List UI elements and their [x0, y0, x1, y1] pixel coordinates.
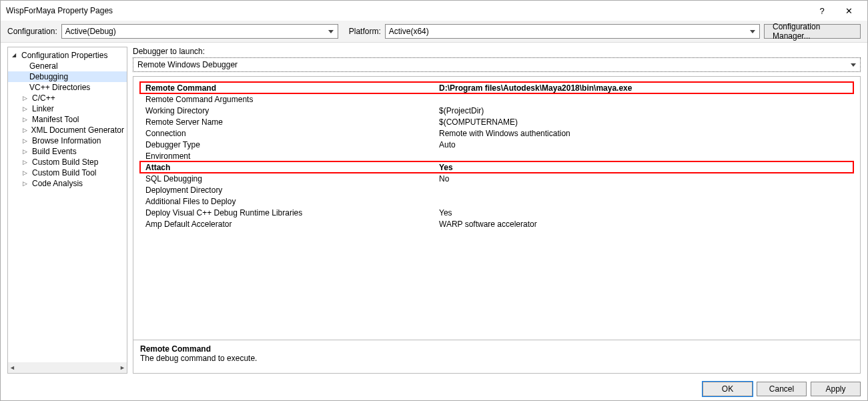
tree-item-vc-directories[interactable]: VC++ Directories [8, 82, 127, 93]
property-value[interactable]: $(COMPUTERNAME) [439, 117, 853, 127]
tree: Configuration Properties GeneralDebuggin… [8, 47, 127, 191]
property-name: Remote Server Name [145, 117, 439, 127]
main-area: Configuration Properties GeneralDebuggin… [1, 43, 867, 378]
content-pane: Debugger to launch: Remote Windows Debug… [133, 47, 861, 374]
properties-box: Remote CommandD:\Program files\Autodesk\… [133, 76, 861, 374]
description-box: Remote Command The debug command to exec… [133, 340, 860, 373]
tree-item-custom-build-tool[interactable]: Custom Build Tool [8, 167, 127, 178]
property-value[interactable]: Yes [439, 208, 853, 218]
tree-item-debugging[interactable]: Debugging [8, 71, 127, 82]
platform-value: Active(x64) [389, 27, 429, 36]
tree-root[interactable]: Configuration Properties [8, 50, 127, 61]
tree-item-label: Debugging [29, 71, 68, 82]
property-name: Environment [145, 151, 439, 161]
property-name: Additional Files to Deploy [145, 197, 439, 206]
property-value[interactable]: No [439, 174, 853, 183]
close-button[interactable]: ✕ [835, 1, 862, 20]
property-name: Deployment Directory [145, 185, 439, 195]
tree-item-manifest-tool[interactable]: Manifest Tool [8, 114, 127, 125]
scroll-right-icon[interactable]: ► [119, 364, 125, 371]
property-value[interactable]: WARP software accelerator [439, 220, 853, 229]
cancel-button[interactable]: Cancel [757, 382, 807, 396]
property-name: Remote Command [145, 83, 439, 93]
property-row[interactable]: Deploy Visual C++ Debug Runtime Librarie… [140, 207, 853, 218]
configuration-bar: Configuration: Active(Debug) Platform: A… [1, 21, 867, 43]
apply-button[interactable]: Apply [811, 382, 861, 396]
tree-item-label: Linker [32, 103, 54, 114]
property-row[interactable]: Deployment Directory [140, 184, 853, 195]
tree-item-build-events[interactable]: Build Events [8, 146, 127, 157]
property-name: Connection [145, 129, 439, 138]
configuration-label: Configuration: [7, 27, 57, 36]
tree-item-label: VC++ Directories [29, 82, 90, 93]
property-row[interactable]: Remote Server Name$(COMPUTERNAME) [140, 116, 853, 127]
property-value[interactable]: D:\Program files\Autodesk\Maya2018\bin\m… [439, 83, 853, 93]
ok-button[interactable]: OK [703, 382, 753, 396]
tree-item-label: Manifest Tool [32, 114, 79, 125]
tree-item-xml-document-generator[interactable]: XML Document Generator [8, 125, 127, 135]
tree-item-label: Browse Information [32, 135, 101, 146]
property-name: Debugger Type [145, 140, 439, 149]
title-bar: WispForMaya Property Pages ? ✕ [1, 1, 867, 21]
tree-horizontal-scrollbar[interactable]: ◄ ► [8, 362, 127, 373]
tree-item-label: General [29, 61, 58, 71]
tree-item-code-analysis[interactable]: Code Analysis [8, 178, 127, 189]
property-name: Working Directory [145, 106, 439, 115]
description-title: Remote Command [140, 344, 853, 354]
configuration-value: Active(Debug) [65, 27, 116, 36]
dialog-footer: OK Cancel Apply [1, 378, 867, 400]
help-button[interactable]: ? [809, 1, 835, 20]
platform-label: Platform: [349, 27, 381, 36]
properties-grid: Remote CommandD:\Program files\Autodesk\… [133, 77, 860, 340]
property-name: Deploy Visual C++ Debug Runtime Librarie… [145, 208, 439, 218]
property-row[interactable]: ConnectionRemote with Windows authentica… [140, 127, 853, 139]
tree-item-label: C/C++ [32, 93, 55, 103]
property-name: SQL Debugging [145, 174, 439, 183]
property-row[interactable]: Remote CommandD:\Program files\Autodesk\… [140, 82, 853, 93]
configuration-manager-button[interactable]: Configuration Manager... [764, 24, 861, 39]
property-row[interactable]: Remote Command Arguments [140, 93, 853, 105]
property-value[interactable]: $(ProjectDir) [439, 106, 853, 115]
debugger-launch-label: Debugger to launch: [133, 47, 861, 56]
tree-item-label: Code Analysis [32, 178, 83, 189]
property-row[interactable]: Additional Files to Deploy [140, 195, 853, 207]
scroll-left-icon[interactable]: ◄ [9, 364, 15, 371]
tree-pane: Configuration Properties GeneralDebuggin… [7, 47, 127, 374]
tree-item-linker[interactable]: Linker [8, 103, 127, 114]
tree-item-custom-build-step[interactable]: Custom Build Step [8, 157, 127, 167]
platform-combo[interactable]: Active(x64) [385, 24, 760, 39]
property-row[interactable]: Amp Default AcceleratorWARP software acc… [140, 218, 853, 230]
configuration-combo[interactable]: Active(Debug) [61, 24, 338, 39]
debugger-launch-row: Debugger to launch: Remote Windows Debug… [133, 47, 861, 72]
property-row[interactable]: AttachYes [140, 161, 853, 173]
property-value[interactable]: Yes [439, 163, 853, 172]
tree-item-label: Custom Build Step [32, 157, 98, 167]
window-title: WispForMaya Property Pages [6, 6, 809, 15]
property-value[interactable]: Remote with Windows authentication [439, 129, 853, 138]
property-row[interactable]: Debugger TypeAuto [140, 139, 853, 150]
tree-item-c-c-[interactable]: C/C++ [8, 93, 127, 103]
property-row[interactable]: Working Directory$(ProjectDir) [140, 105, 853, 116]
debugger-launch-value: Remote Windows Debugger [137, 60, 238, 69]
debugger-launch-combo[interactable]: Remote Windows Debugger [133, 57, 861, 72]
property-name: Remote Command Arguments [145, 95, 439, 104]
property-name: Amp Default Accelerator [145, 220, 439, 229]
tree-item-general[interactable]: General [8, 61, 127, 71]
tree-item-label: Build Events [32, 146, 77, 157]
property-row[interactable]: Environment [140, 150, 853, 161]
property-name: Attach [145, 163, 439, 172]
tree-item-browse-information[interactable]: Browse Information [8, 135, 127, 146]
description-text: The debug command to execute. [140, 354, 853, 363]
property-row[interactable]: SQL DebuggingNo [140, 173, 853, 184]
property-value[interactable]: Auto [439, 140, 853, 149]
tree-item-label: Custom Build Tool [32, 167, 97, 178]
tree-item-label: XML Document Generator [31, 125, 124, 135]
